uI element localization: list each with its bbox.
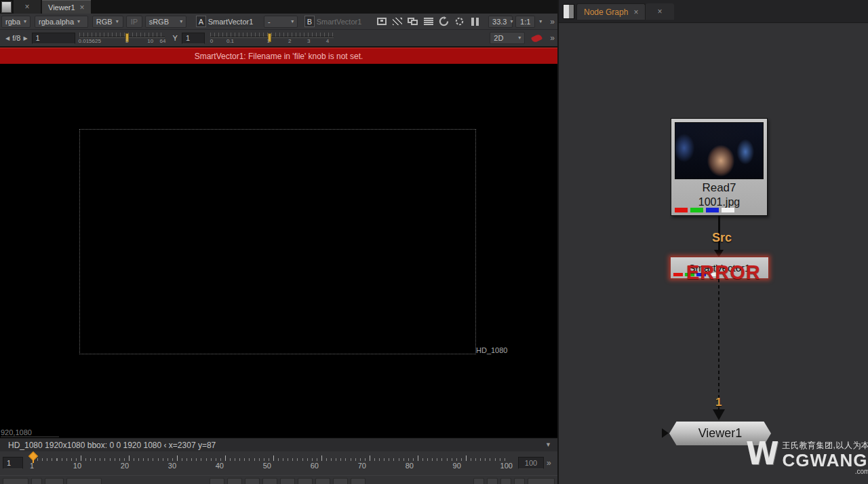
step-forward-button[interactable]	[315, 478, 330, 484]
playback-rate-field[interactable]	[528, 478, 555, 484]
node-read7[interactable]: Read7 1001.jpg	[671, 118, 768, 216]
gain-input[interactable]: 1	[32, 33, 75, 44]
pane-layout-icon[interactable]	[563, 4, 574, 19]
frame-backward-button[interactable]	[210, 478, 224, 484]
viewer-process-dropdown[interactable]: sRGB ▾	[145, 16, 187, 28]
gamma-input-value: 1	[186, 34, 190, 42]
prev-keyframe-button[interactable]	[245, 478, 260, 484]
frame-ruler[interactable]: 1102030405060708090100	[27, 452, 513, 474]
pane-layout-icon[interactable]	[1, 1, 12, 13]
gamma-tick-label: 1	[267, 38, 269, 44]
tab-viewer1[interactable]: Viewer1 ×	[42, 0, 91, 14]
tab-empty[interactable]: ×	[646, 3, 674, 20]
close-icon[interactable]: ×	[80, 4, 85, 11]
timecode-toggle[interactable]	[45, 478, 64, 484]
gain-tick-label: 10	[147, 38, 153, 44]
wipe-button[interactable]	[390, 16, 404, 28]
playback-controls-row	[0, 475, 557, 484]
wipe-icon	[393, 18, 402, 25]
a-buffer-dropdown[interactable]: SmartVector1	[208, 18, 258, 26]
read7-channel-chips	[675, 208, 734, 212]
connection-smartvector-to-viewer[interactable]	[718, 279, 719, 411]
pause-button[interactable]	[468, 16, 482, 28]
info-dropdown-icon[interactable]: ▼	[545, 441, 551, 448]
gamma-slider-labels: 00.11234	[209, 31, 335, 45]
watermark: W 王氏教育集团,以人为本 CGWANG .com	[746, 440, 868, 475]
lock-range-button[interactable]	[31, 478, 42, 484]
display-channels-dropdown[interactable]: RGB ▾	[92, 16, 123, 28]
gain-next-arrow[interactable]: ▶	[23, 35, 27, 41]
range-mode-dropdown[interactable]	[66, 478, 102, 484]
input-process-toggle[interactable]: IP	[126, 16, 142, 28]
wipe-mode-value: -	[268, 18, 271, 26]
zoom-dropdown[interactable]: 33.3 ▾	[488, 16, 513, 28]
red-channel-chip	[673, 273, 683, 276]
read7-name: Read7	[671, 181, 767, 195]
timeline-overflow-chevrons[interactable]: »	[547, 458, 551, 468]
colorspace-value: sRGB	[149, 18, 169, 26]
viewer1-name: Viewer1	[698, 426, 743, 441]
end-frame-field[interactable]: 100	[518, 457, 544, 469]
close-icon[interactable]: ×	[633, 9, 638, 16]
zoom-value: 33.3	[492, 18, 507, 26]
tab-node-graph-label: Node Graph	[584, 7, 628, 17]
pause-render-button[interactable]	[452, 16, 467, 28]
channels-dropdown[interactable]: rgba ▾	[1, 16, 31, 28]
rotopaint-brush-icon[interactable]	[531, 33, 542, 43]
wipe-mode-dropdown[interactable]: - ▾	[264, 16, 298, 28]
a-buffer-button[interactable]: A	[196, 16, 205, 27]
b-buffer-dropdown[interactable]: SmartVector1	[317, 18, 366, 26]
fps-dropdown[interactable]	[3, 478, 28, 484]
chevron-down-icon: ▾	[116, 19, 119, 24]
chevron-down-icon[interactable]: ▾	[539, 19, 542, 24]
playhead-marker[interactable]	[29, 452, 37, 460]
step-back-button[interactable]	[262, 478, 277, 484]
proxy-mode-button[interactable]	[421, 16, 435, 28]
b-buffer-button[interactable]: B	[304, 16, 314, 27]
gamma-slider[interactable]: 00.11234	[209, 31, 335, 45]
current-frame-field[interactable]: 1	[3, 457, 23, 469]
refresh-button[interactable]	[437, 16, 451, 28]
gamma-input[interactable]: 1	[182, 33, 205, 44]
gamma-tick-label: 2	[288, 38, 291, 44]
fstop-label: f/8	[12, 34, 20, 42]
viewer-input-number: 1	[715, 396, 722, 409]
src-input-label: Src	[712, 231, 732, 245]
alpha-dropdown[interactable]: rgba.alpha ▾	[35, 16, 88, 28]
toolbar2-overflow-chevrons[interactable]: »	[550, 33, 555, 43]
loop-mode-button[interactable]	[473, 478, 484, 484]
ruler-major-ticks	[33, 455, 509, 461]
node-graph-panel[interactable]: Node Graph × × Read7 1001.jpg Src Sm	[557, 0, 868, 484]
skip-end-button[interactable]	[351, 478, 366, 484]
gain-slider-labels: 0.01562511064	[78, 31, 166, 45]
view-mode-dropdown[interactable]: 2D ▾	[490, 32, 525, 44]
play-forward-button[interactable]	[298, 478, 313, 484]
error-message: SmartVector1: Filename in 'file' knob is…	[195, 52, 363, 61]
lock-playback-button[interactable]	[500, 478, 511, 484]
cursor-tool-button[interactable]	[514, 478, 525, 484]
gain-prev-arrow[interactable]: ◀	[5, 35, 9, 41]
proxy-value: 1:1	[520, 18, 530, 26]
close-icon[interactable]: ×	[657, 8, 662, 15]
next-keyframe-button[interactable]	[333, 478, 348, 484]
close-icon[interactable]: ×	[24, 3, 29, 10]
bounce-mode-button[interactable]	[487, 478, 498, 484]
gamma-tick-label: 0.1	[226, 38, 234, 44]
play-backward-button[interactable]	[280, 478, 295, 484]
proxy-ratio-dropdown[interactable]: 1:1	[515, 16, 535, 28]
alpha-channel-chip	[722, 208, 734, 212]
viewer-canvas[interactable]: HD_1080 920,1080	[0, 64, 557, 438]
gain-tick-label: 1	[125, 38, 128, 44]
display-window-button[interactable]	[374, 16, 389, 28]
frame-label: 70	[358, 462, 366, 470]
tab-node-graph[interactable]: Node Graph ×	[576, 3, 646, 20]
format-label: HD_1080	[476, 346, 507, 354]
roi-button[interactable]	[406, 16, 420, 28]
toolbar-overflow-chevrons[interactable]: »	[550, 17, 555, 26]
skip-start-button[interactable]	[227, 478, 242, 484]
gain-slider[interactable]: 0.01562511064	[78, 31, 166, 45]
tab-empty[interactable]: ×	[14, 0, 41, 14]
chevron-down-icon: ▾	[24, 19, 26, 24]
gamma-tick-label: 4	[326, 38, 329, 44]
viewer-left-input-icon	[662, 428, 669, 438]
